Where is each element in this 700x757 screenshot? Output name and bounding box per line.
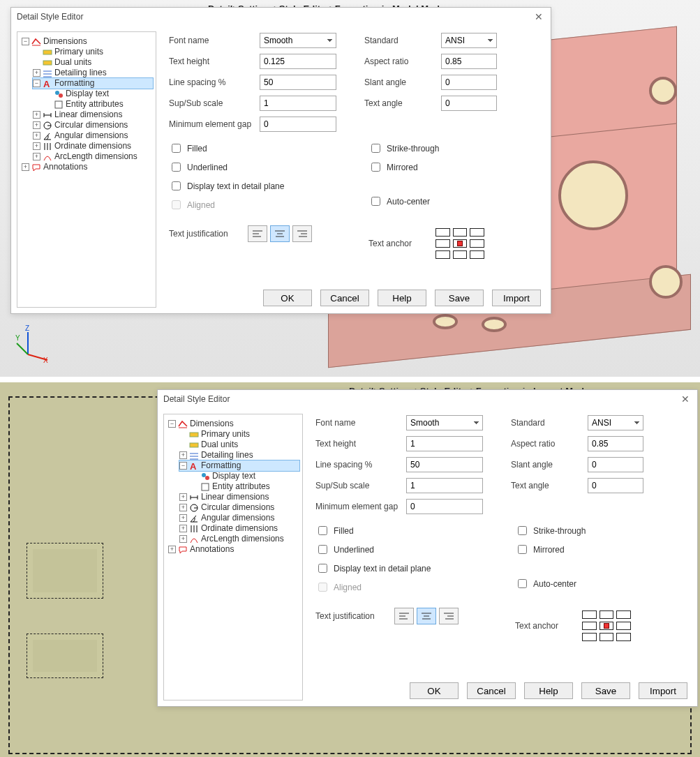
save-button[interactable]: Save [435, 290, 484, 306]
text-height-input[interactable] [260, 54, 336, 69]
tree-circular[interactable]: Circular dimensions [54, 120, 128, 130]
underlined-checkbox[interactable]: Underlined [169, 160, 284, 174]
standard-select[interactable]: ANSI [441, 33, 497, 48]
help-button[interactable]: Help [378, 290, 426, 306]
tree-formatting[interactable]: Formatting [54, 78, 94, 89]
anchor-bc[interactable] [453, 250, 468, 259]
tree-display-text[interactable]: Display text [212, 471, 255, 481]
anchor-tc[interactable] [600, 610, 614, 619]
label-sup-sub: Sup/Sub scale [169, 98, 260, 108]
justify-left-button[interactable] [394, 608, 414, 624]
font-name-select[interactable]: Smooth [406, 415, 483, 430]
display-text-icon [200, 472, 210, 481]
layout-view-2[interactable] [27, 634, 103, 678]
tree-ordinate[interactable]: Ordinate dimensions [201, 523, 278, 534]
tree-detailing-lines[interactable]: Detailing lines [201, 450, 253, 460]
auto-center-checkbox[interactable]: Auto-center [515, 577, 586, 590]
line-spacing-input[interactable] [260, 75, 336, 90]
anchor-tr[interactable] [470, 228, 484, 237]
tree-angular[interactable]: Angular dimensions [54, 130, 128, 141]
ok-button[interactable]: OK [410, 682, 459, 699]
text-height-input[interactable] [406, 436, 483, 451]
layout-view-1[interactable] [27, 543, 103, 599]
mirrored-checkbox[interactable]: Mirrored [368, 160, 439, 174]
tree-dimensions[interactable]: Dimensions [190, 419, 234, 429]
settings-tree[interactable]: −Dimensions Primary units Dual units +De… [163, 414, 303, 700]
aspect-ratio-input[interactable] [441, 54, 497, 69]
anchor-bl[interactable] [435, 250, 450, 259]
text-anchor-grid[interactable] [433, 225, 487, 262]
aspect-ratio-input[interactable] [588, 436, 643, 451]
underlined-checkbox[interactable]: Underlined [315, 543, 431, 556]
min-gap-input[interactable] [260, 117, 336, 132]
close-icon[interactable]: ✕ [679, 393, 692, 405]
tree-dual-units[interactable]: Dual units [54, 57, 91, 68]
display-detail-plane-checkbox[interactable]: Display text in detail plane [169, 179, 284, 193]
tree-annotations[interactable]: Annotations [190, 544, 234, 555]
strike-through-checkbox[interactable]: Strike-through [515, 524, 586, 537]
tree-dimensions[interactable]: Dimensions [43, 36, 87, 47]
help-button[interactable]: Help [524, 682, 573, 699]
import-button[interactable]: Import [639, 682, 687, 699]
display-detail-plane-checkbox[interactable]: Display text in detail plane [315, 562, 431, 575]
anchor-mc[interactable] [600, 622, 614, 630]
tree-ordinate[interactable]: Ordinate dimensions [54, 141, 131, 151]
cancel-button[interactable]: Cancel [320, 290, 369, 306]
tree-linear[interactable]: Linear dimensions [54, 110, 122, 120]
anchor-mc[interactable] [453, 239, 468, 248]
tree-display-text[interactable]: Display text [66, 89, 109, 99]
tree-arclength[interactable]: ArcLength dimensions [54, 151, 137, 162]
slant-angle-input[interactable] [441, 75, 497, 90]
tree-arclength[interactable]: ArcLength dimensions [201, 534, 284, 544]
anchor-tl[interactable] [435, 228, 450, 237]
mirrored-checkbox[interactable]: Mirrored [515, 543, 586, 556]
filled-checkbox[interactable]: Filled [169, 142, 284, 155]
justify-center-button[interactable] [270, 225, 290, 242]
anchor-mr[interactable] [470, 239, 484, 248]
standard-select[interactable]: ANSI [588, 415, 643, 430]
anchor-bc[interactable] [600, 633, 614, 641]
text-angle-input[interactable] [441, 96, 497, 111]
tree-entity-attributes[interactable]: Entity attributes [66, 99, 124, 110]
save-button[interactable]: Save [581, 682, 630, 699]
line-spacing-input[interactable] [406, 457, 483, 472]
tree-angular[interactable]: Angular dimensions [201, 513, 274, 523]
strike-through-checkbox[interactable]: Strike-through [368, 142, 439, 155]
close-icon[interactable]: ✕ [533, 10, 545, 23]
anchor-tr[interactable] [616, 610, 631, 619]
anchor-br[interactable] [616, 633, 631, 641]
text-angle-input[interactable] [588, 478, 643, 493]
settings-tree[interactable]: −Dimensions Primary units Dual units +De… [17, 31, 156, 308]
anchor-tc[interactable] [453, 228, 468, 237]
sup-sub-input[interactable] [406, 478, 483, 493]
anchor-ml[interactable] [435, 239, 450, 248]
sup-sub-input[interactable] [260, 96, 336, 111]
anchor-bl[interactable] [582, 633, 597, 641]
ok-button[interactable]: OK [263, 290, 312, 306]
import-button[interactable]: Import [492, 290, 541, 306]
filled-checkbox[interactable]: Filled [315, 524, 431, 537]
auto-center-checkbox[interactable]: Auto-center [368, 195, 439, 208]
tree-entity-attributes[interactable]: Entity attributes [212, 481, 270, 492]
tree-annotations[interactable]: Annotations [43, 162, 87, 172]
anchor-mr[interactable] [616, 622, 631, 630]
tree-primary-units[interactable]: Primary units [201, 429, 250, 440]
min-gap-input[interactable] [406, 499, 483, 514]
justify-right-button[interactable] [292, 225, 312, 242]
justify-right-button[interactable] [439, 608, 459, 624]
tree-circular[interactable]: Circular dimensions [201, 502, 274, 513]
anchor-br[interactable] [470, 250, 484, 259]
justify-left-button[interactable] [248, 225, 267, 242]
tree-primary-units[interactable]: Primary units [54, 47, 103, 57]
text-anchor-grid[interactable] [579, 608, 634, 644]
slant-angle-input[interactable] [588, 457, 643, 472]
font-name-select[interactable]: Smooth [260, 33, 336, 48]
tree-dual-units[interactable]: Dual units [201, 440, 238, 450]
tree-linear[interactable]: Linear dimensions [201, 492, 269, 502]
anchor-ml[interactable] [582, 622, 597, 630]
tree-detailing-lines[interactable]: Detailing lines [54, 68, 107, 78]
cancel-button[interactable]: Cancel [467, 682, 516, 699]
tree-formatting[interactable]: Formatting [201, 460, 241, 471]
justify-center-button[interactable] [417, 608, 436, 624]
anchor-tl[interactable] [582, 610, 597, 619]
